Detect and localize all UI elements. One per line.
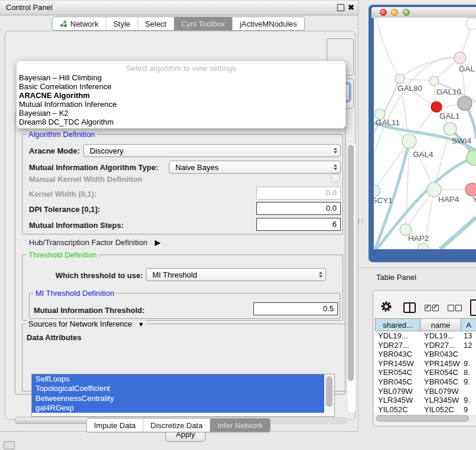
table-panel-window: shared...nameA YDL19...YDL19...13YDR27..…: [373, 290, 476, 426]
table-horizontal-scrollbar[interactable]: [375, 415, 475, 422]
dropdown-item-aracne-algorithm[interactable]: ARACNE Algorithm: [19, 92, 343, 100]
dropdown-item-mutual-information-inference[interactable]: Mutual Information Inference: [19, 100, 343, 109]
network-icon: [60, 20, 67, 28]
network-node[interactable]: [466, 18, 476, 30]
network-window-titlebar[interactable]: [371, 7, 476, 18]
bottom-tab-infer-network[interactable]: Infer Network: [210, 419, 270, 432]
minimize-traffic-light-icon[interactable]: [391, 9, 398, 16]
table-row[interactable]: YDL19...YDL19...13: [375, 331, 476, 341]
table-row[interactable]: YBL079WYBL079W: [375, 387, 476, 396]
table-cell: YBL079W: [375, 387, 420, 396]
table-cell: YBR045C: [420, 377, 461, 387]
data-attribute-topologicalcoefficient[interactable]: TopologicalCoefficient: [32, 384, 324, 393]
close-traffic-light-icon[interactable]: [380, 9, 387, 16]
network-node-gal80[interactable]: [395, 74, 405, 83]
manual-kernel-checkbox[interactable]: [331, 174, 340, 182]
expand-arrow-icon[interactable]: ▶: [155, 238, 161, 247]
screen: Control Panel ✖ NetworkStyleSelectCyni T…: [0, 0, 476, 450]
tab-cyni-toolbox[interactable]: Cyni Toolbox: [174, 17, 233, 30]
network-node[interactable]: [458, 96, 472, 110]
scrollbar-thumb[interactable]: [376, 415, 469, 422]
dpi-tolerance-field[interactable]: 0.0: [256, 202, 341, 215]
bottom-tab-impute-data[interactable]: Impute Data: [87, 419, 144, 432]
scrollbar-thumb[interactable]: [326, 376, 332, 407]
scrollbar-thumb[interactable]: [348, 145, 354, 381]
table-body: YDL19...YDL19...13YDR27...YDR27...12YBR0…: [375, 331, 476, 415]
data-attribute-selfloops[interactable]: SelfLoops: [32, 374, 324, 384]
algorithm-definition-title: Algorithm Definition: [27, 130, 97, 139]
list-scrollbar[interactable]: [325, 375, 334, 415]
table-row[interactable]: YLR345WYLR345W9.: [375, 396, 476, 405]
combo-arrows-icon: [334, 148, 337, 154]
which-threshold-combo[interactable]: MI Threshold: [146, 268, 326, 281]
attribute-items: SelfLoopsTopologicalCoefficientBetweenne…: [32, 374, 334, 413]
network-node-gal1[interactable]: [431, 102, 442, 112]
network-node-gal4[interactable]: [402, 134, 416, 148]
settings-vertical-scrollbar[interactable]: [347, 142, 356, 413]
document-icon[interactable]: [470, 299, 476, 316]
network-node[interactable]: [444, 122, 457, 135]
table-row[interactable]: YER054CYER054C8.: [375, 368, 476, 377]
table-row[interactable]: YDR27...YDR27...12: [375, 341, 476, 350]
data-attributes-list[interactable]: SelfLoopsTopologicalCoefficientBetweenne…: [31, 374, 335, 417]
kernel-width-field[interactable]: 0.0: [256, 187, 341, 200]
network-node-swi4[interactable]: [467, 150, 476, 165]
network-node-gal10[interactable]: [429, 76, 439, 86]
data-attribute-gal4rgexp[interactable]: gal4RGexp: [32, 403, 324, 413]
gear-icon[interactable]: [380, 301, 392, 312]
tab-select[interactable]: Select: [138, 17, 174, 30]
columns-icon[interactable]: [403, 302, 416, 313]
table-row[interactable]: YBR043CYBR043C: [375, 350, 476, 359]
hub-definition-label[interactable]: Hub/Transcription Factor Definition ▶: [29, 238, 161, 247]
aracne-mode-label: Aracne Mode:: [29, 146, 80, 155]
mi-threshold-field[interactable]: 0.5: [253, 302, 338, 315]
tab-network[interactable]: Network: [53, 17, 106, 30]
column-header-shared[interactable]: shared...: [375, 318, 420, 331]
restore-panel-icon[interactable]: [4, 441, 15, 449]
network-node-gal[interactable]: [454, 52, 466, 64]
mi-type-combo[interactable]: Naive Bayes: [169, 161, 341, 174]
tab-label: Network: [70, 19, 99, 28]
column-header-name[interactable]: name: [420, 318, 461, 331]
tab-label: jActiveMNodules: [240, 19, 297, 28]
aracne-mode-combo[interactable]: Discovery: [83, 144, 341, 157]
mi-threshold-definition-title: MI Threshold Definition: [34, 289, 116, 298]
panel-resize-grip[interactable]: [358, 219, 363, 224]
dropdown-item-basic-correlation-inference[interactable]: Basic Correlation Inference: [19, 83, 343, 92]
table-cell: 13: [461, 331, 476, 341]
zoom-traffic-light-icon[interactable]: [403, 9, 410, 16]
table-row[interactable]: YPR145WYPR145W9.: [375, 359, 476, 369]
sources-group-title[interactable]: Sources for Network Inference ▼: [27, 319, 146, 328]
column-header-a[interactable]: A: [461, 318, 476, 331]
dropdown-item-bayesian-k2[interactable]: Bayesian – K2: [19, 109, 343, 118]
tab-jactivemnodules[interactable]: jActiveMNodules: [233, 17, 304, 30]
deselect-all-checkbox2-icon[interactable]: [455, 305, 462, 311]
deselect-all-checkbox-icon[interactable]: [448, 305, 454, 311]
table-row[interactable]: YBR045CYBR045C9.: [375, 377, 476, 387]
network-node-y[interactable]: [465, 183, 476, 196]
close-icon[interactable]: ✖: [348, 2, 354, 13]
network-node-gcy1[interactable]: [374, 185, 380, 197]
node-label: GAL4: [413, 150, 433, 159]
table-cell: YER054C: [375, 368, 420, 377]
collapse-arrow-icon[interactable]: ▼: [138, 321, 144, 328]
mi-type-value: Naive Bayes: [175, 163, 219, 172]
network-canvas[interactable]: GALGAL80GAL10GAL1GAL11SWI4GAL4GCY1HAP4YH…: [374, 18, 476, 249]
table-row[interactable]: YIL052CYIL052C9: [375, 405, 476, 415]
tab-label: Select: [145, 19, 167, 28]
algorithm-dropdown-popup: Select algorithm to view settings Bayesi…: [16, 60, 346, 129]
bottom-tab-discretize-data[interactable]: Discretize Data: [144, 419, 210, 432]
control-panel-window: Control Panel ✖ NetworkStyleSelectCyni T…: [0, 0, 358, 432]
aracne-mode-value: Discovery: [90, 146, 123, 155]
data-attribute-betweennesscentrality[interactable]: BetweennessCentrality: [32, 394, 324, 403]
select-all-checkbox2-icon[interactable]: [432, 305, 439, 311]
float-icon[interactable]: [337, 4, 344, 11]
dropdown-item-dream8-dc-tdc-algorithm[interactable]: Dream8 DC_TDC Algorithm: [19, 118, 343, 127]
tab-label: Style: [113, 19, 131, 28]
dropdown-item-bayesian-hill-climbing[interactable]: Bayesian – Hill Climbing: [19, 74, 343, 83]
tab-style[interactable]: Style: [106, 17, 138, 30]
select-all-checkbox-icon[interactable]: [425, 305, 431, 311]
control-panel-titlebar[interactable]: Control Panel ✖: [0, 0, 358, 15]
node-label: GAL10: [436, 87, 461, 96]
mi-steps-field[interactable]: 6: [256, 218, 341, 231]
